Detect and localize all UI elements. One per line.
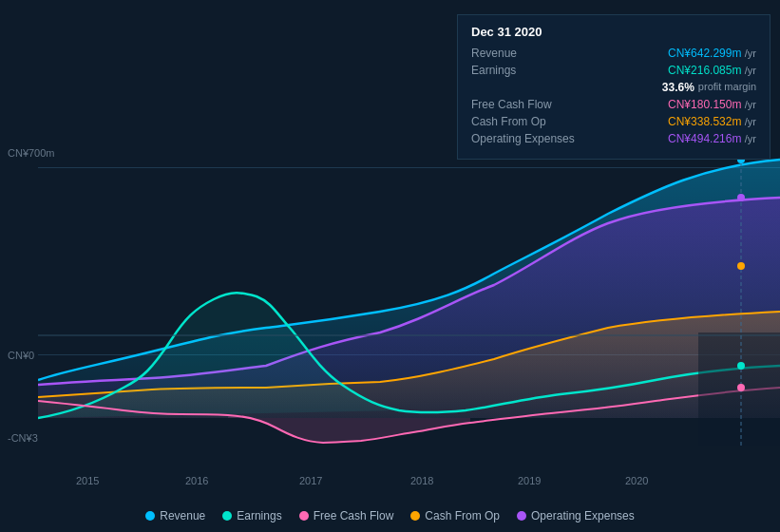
tooltip-box: Dec 31 2020 Revenue CN¥642.299m /yr Earn… xyxy=(457,14,770,160)
tooltip-label-cashop: Cash From Op xyxy=(471,115,595,128)
tooltip-row-revenue: Revenue CN¥642.299m /yr xyxy=(471,47,756,60)
chart-container: Dec 31 2020 Revenue CN¥642.299m /yr Earn… xyxy=(0,0,780,532)
x-label-2015: 2015 xyxy=(76,475,99,486)
tooltip-value-fcf: CN¥180.150m /yr xyxy=(668,98,756,111)
tooltip-title: Dec 31 2020 xyxy=(471,25,756,39)
tooltip-value-revenue: CN¥642.299m /yr xyxy=(668,47,756,60)
tooltip-label-fcf: Free Cash Flow xyxy=(471,98,595,111)
tooltip-row-earnings: Earnings CN¥216.085m /yr xyxy=(471,64,756,77)
legend-item-revenue: Revenue xyxy=(145,509,205,522)
dot-opex xyxy=(737,194,745,201)
tooltip-value-opex: CN¥494.216m /yr xyxy=(668,132,756,145)
dot-fcf xyxy=(737,384,745,391)
x-label-2019: 2019 xyxy=(518,475,541,486)
x-label-2017: 2017 xyxy=(299,475,322,486)
x-label-2016: 2016 xyxy=(185,475,208,486)
legend-item-earnings: Earnings xyxy=(222,509,281,522)
legend-item-opex: Operating Expenses xyxy=(517,509,635,522)
tooltip-value-cashop: CN¥338.532m /yr xyxy=(668,115,756,128)
profit-margin-row: 33.6% profit margin xyxy=(471,81,756,94)
tooltip-label-earnings: Earnings xyxy=(471,64,595,77)
legend-label-fcf: Free Cash Flow xyxy=(314,509,394,522)
main-chart xyxy=(38,142,780,446)
dot-earnings xyxy=(737,362,745,370)
x-label-2020: 2020 xyxy=(625,475,648,486)
tooltip-label-opex: Operating Expenses xyxy=(471,132,595,145)
legend-dot-opex xyxy=(517,511,526,521)
y-label-zero: CN¥0 xyxy=(8,350,34,361)
legend-dot-earnings xyxy=(222,511,232,521)
tooltip-value-earnings: CN¥216.085m /yr xyxy=(668,64,756,77)
legend-label-earnings: Earnings xyxy=(237,509,281,522)
legend-label-revenue: Revenue xyxy=(160,509,205,522)
legend-item-cashop: Cash From Op xyxy=(410,509,500,522)
legend: Revenue Earnings Free Cash Flow Cash Fro… xyxy=(0,509,780,522)
legend-label-opex: Operating Expenses xyxy=(531,509,635,522)
legend-dot-revenue xyxy=(145,511,155,521)
tooltip-row-opex: Operating Expenses CN¥494.216m /yr xyxy=(471,132,756,145)
legend-label-cashop: Cash From Op xyxy=(425,509,500,522)
legend-dot-cashop xyxy=(410,511,420,521)
legend-dot-fcf xyxy=(299,511,309,521)
dot-cashop xyxy=(737,262,745,270)
tooltip-row-fcf: Free Cash Flow CN¥180.150m /yr xyxy=(471,98,756,111)
x-label-2018: 2018 xyxy=(410,475,433,486)
tooltip-label-revenue: Revenue xyxy=(471,47,595,60)
legend-item-fcf: Free Cash Flow xyxy=(299,509,394,522)
tooltip-row-cashop: Cash From Op CN¥338.532m /yr xyxy=(471,115,756,128)
